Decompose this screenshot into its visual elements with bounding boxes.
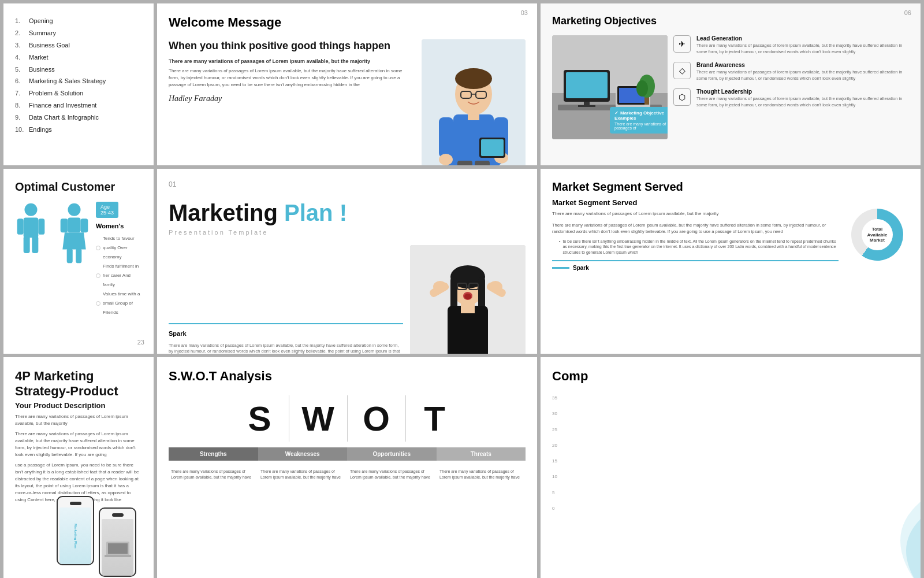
welcome-sub: There are many variations of passages of…	[169, 58, 410, 64]
ms-text-col: Market Segment Served There are many var…	[552, 198, 839, 271]
lead-gen-icon: ✈	[673, 35, 691, 53]
optimal-content: Age 25-43 Women's Tends to favour qualit…	[15, 202, 142, 317]
svg-rect-42	[61, 218, 68, 232]
welcome-body: There are many variations of passages of…	[169, 68, 410, 88]
welcome-text-block: When you think positive good things happ…	[169, 39, 410, 165]
mp-slide-number: 01	[169, 180, 526, 188]
svg-rect-32	[24, 218, 39, 238]
toc-item-2: 2.Summary	[15, 27, 142, 39]
fp-title: 4P Marketing Strategy-Product	[15, 369, 142, 399]
ms-footer: Spark	[552, 260, 839, 271]
obj-item-1: ✈ Lead Generation There are many variati…	[673, 35, 909, 55]
welcome-slide-number: 03	[521, 9, 528, 16]
optimal-title: Optimal Customer	[15, 180, 142, 194]
optimal-slide-number: 23	[137, 339, 144, 346]
obj-item-1-text: Lead Generation There are many variation…	[696, 35, 909, 55]
ms-chart-label: Total Available Market	[867, 227, 888, 243]
obj-slide-number: 06	[904, 9, 911, 16]
svg-rect-9	[439, 117, 453, 158]
svg-rect-40	[67, 249, 73, 264]
mp-content-row: Spark There are many variations of passa…	[169, 245, 526, 354]
woman-svg	[410, 245, 526, 354]
optimal-customer-slide: Optimal Customer	[3, 169, 154, 354]
svg-point-5	[455, 68, 492, 89]
optimal-figures	[15, 202, 90, 265]
toc-item-8: 8.Finance and Investment	[15, 99, 142, 112]
welcome-signature: Hadley Faraday	[169, 94, 410, 103]
mp-left-col: Spark There are many variations of passa…	[169, 245, 403, 354]
swot-letters-row: S W O T	[169, 395, 526, 442]
market-segment-slide: Market Segment Served Market Segment Ser…	[541, 169, 921, 354]
svg-rect-34	[32, 236, 38, 253]
toc-item-5: 5.Business	[15, 64, 142, 76]
svg-point-11	[439, 154, 453, 165]
optimal-gender-label: Women's	[96, 223, 142, 229]
svg-marker-39	[62, 232, 85, 249]
ms-bullet-text: • to be sure there isn't anything embarr…	[552, 239, 839, 255]
svg-point-37	[68, 203, 81, 216]
mp-hero: Marketing Plan ! Presentation Template	[169, 200, 526, 245]
fp-subtitle: Your Product Description	[15, 401, 142, 410]
swot-strengths-text: There are many variations of passages of…	[169, 466, 257, 483]
ms-intro-text: There are many variations of passages of…	[552, 210, 839, 217]
ms-footer-bar	[552, 267, 569, 269]
phone-1-screen: Marketing Plan	[59, 507, 91, 564]
ms-subtitle: Market Segment Served	[552, 198, 839, 207]
obj-office-image: ✓Marketing Objective Examples There are …	[552, 35, 668, 139]
obj-items-list: ✈ Lead Generation There are many variati…	[673, 35, 909, 108]
four-p-slide: 4P Marketing Strategy-Product Your Produ…	[3, 357, 154, 578]
mp-layout: 01 Marketing Plan ! Presentation Templat…	[169, 180, 526, 342]
ms-body-text: There are many variations of passages of…	[552, 222, 839, 235]
mp-title-colored: Plan !	[284, 200, 347, 225]
svg-rect-61	[108, 543, 128, 554]
swot-texts-row: There are many variations of passages of…	[169, 466, 526, 483]
svg-point-59	[489, 281, 502, 292]
mp-brand-name: Spark	[169, 330, 187, 337]
welcome-image	[422, 39, 526, 165]
obj-content-area: ✓Marketing Objective Examples There are …	[552, 35, 909, 139]
swot-s: S	[231, 399, 289, 439]
phone-1-notch	[70, 502, 81, 505]
phone-2	[99, 507, 136, 577]
toc-item-1: 1.Opening	[15, 15, 142, 27]
svg-point-31	[25, 203, 38, 216]
mp-body-text: There are many variations of passages of…	[169, 343, 403, 354]
obj-callout-body: There are many variations of passages of	[614, 122, 668, 130]
toc-item-4: 4.Market	[15, 51, 142, 64]
mp-brand-bar: Spark	[169, 323, 403, 338]
obj-item-3-text: Thought Leadership There are many variat…	[696, 88, 909, 108]
phone-2-notch	[112, 513, 124, 517]
svg-rect-16	[475, 161, 490, 165]
male-figure-svg	[15, 202, 47, 265]
bar-chart: 35 30 25 20 15 10 5 0	[552, 395, 909, 511]
mp-woman-image	[410, 245, 526, 354]
svg-rect-35	[17, 218, 24, 235]
swot-threats-label: Threats	[437, 447, 526, 461]
svg-rect-15	[457, 161, 472, 165]
ms-main-title: Market Segment Served	[552, 180, 909, 194]
swot-title: S.W.O.T Analysis	[169, 369, 526, 384]
ms-content: Market Segment Served There are many var…	[552, 198, 909, 271]
mp-title-word: Marketing	[169, 200, 278, 225]
svg-rect-14	[481, 139, 504, 156]
obj-main-title: Marketing Objectives	[552, 15, 909, 27]
welcome-title: Welcome Message	[169, 15, 526, 30]
swot-opportunities-text: There are many variations of passages of…	[348, 466, 436, 483]
svg-rect-62	[105, 555, 131, 557]
svg-rect-21	[566, 72, 608, 98]
ms-chart-col: Total Available Market	[845, 198, 909, 271]
toc-item-6: 6.Marketing & Sales Strategy	[15, 75, 142, 87]
welcome-headline: When you think positive good things happ…	[169, 39, 410, 53]
trait-3: Values time with a small Group of Friend…	[96, 290, 142, 317]
toc-item-10: 10.Endings	[15, 124, 142, 136]
svg-rect-23	[578, 105, 595, 107]
trait-1: Tends to favour quality Over economy	[96, 234, 142, 262]
main-grid: 1.Opening 2.Summary 3.Business Goal 4.Ma…	[0, 0, 924, 578]
optimal-age-tag: Age 25-43	[96, 202, 118, 218]
phone-mockups: Marketing Plan	[57, 496, 136, 577]
mp-subtitle: Presentation Template	[169, 229, 526, 236]
welcome-slide: 03 Welcome Message When you think positi…	[157, 3, 537, 165]
swot-o: O	[348, 399, 405, 439]
swot-slide: S.W.O.T Analysis S W O T Strengths Weakn…	[157, 357, 537, 578]
toc-slide: 1.Opening 2.Summary 3.Business Goal 4.Ma…	[3, 3, 154, 165]
